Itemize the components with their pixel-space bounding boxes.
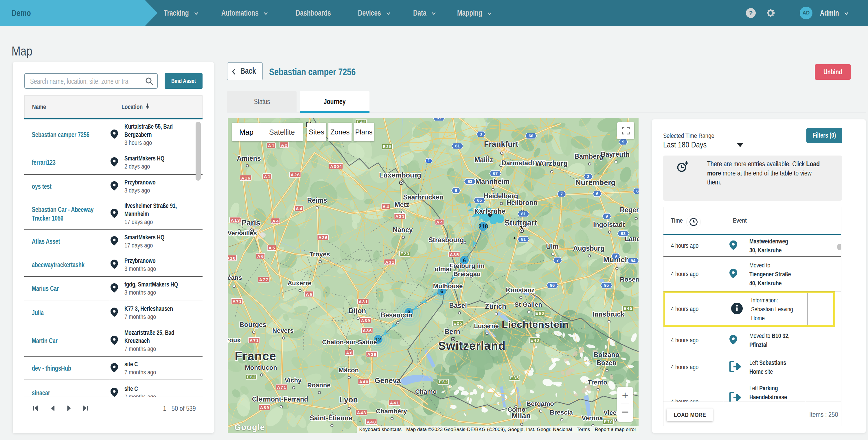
svg-text:7: 7 <box>560 192 563 196</box>
svg-text:A35: A35 <box>450 252 459 257</box>
svg-text:A26: A26 <box>291 172 300 177</box>
svg-text:A48: A48 <box>367 419 376 425</box>
svg-text:A43: A43 <box>357 410 366 415</box>
svg-text:1: 1 <box>428 159 430 163</box>
svg-text:94: 94 <box>631 259 636 263</box>
svg-text:3: 3 <box>480 132 482 136</box>
svg-text:9: 9 <box>622 140 624 144</box>
svg-text:3: 3 <box>587 174 589 179</box>
svg-text:Ulm: Ulm <box>546 243 558 250</box>
svg-text:A71: A71 <box>232 299 242 304</box>
svg-text:Vichy: Vichy <box>285 377 302 384</box>
svg-text:95: 95 <box>604 283 609 287</box>
svg-text:9: 9 <box>606 214 608 218</box>
svg-text:Amiens: Amiens <box>237 155 261 162</box>
svg-text:E43: E43 <box>530 338 539 343</box>
svg-text:E62: E62 <box>439 380 447 384</box>
svg-text:81: 81 <box>521 212 526 216</box>
svg-text:A13: A13 <box>231 218 240 223</box>
svg-text:Paris: Paris <box>241 218 260 227</box>
svg-text:Strasbourg: Strasbourg <box>429 236 464 244</box>
svg-text:A77: A77 <box>259 277 268 282</box>
svg-text:E35: E35 <box>510 376 519 380</box>
svg-text:96: 96 <box>550 283 555 287</box>
svg-text:Trento: Trento <box>588 379 607 386</box>
svg-text:Milan: Milan <box>512 411 531 420</box>
svg-text:9: 9 <box>615 254 617 259</box>
svg-text:A39: A39 <box>368 352 376 357</box>
svg-text:Bolzano: Bolzano <box>593 351 619 359</box>
svg-text:Metz: Metz <box>394 201 409 208</box>
svg-text:Chalon-sur-Saône: Chalon-sur-Saône <box>322 339 377 346</box>
svg-text:E25: E25 <box>383 144 392 149</box>
svg-text:Regens: Regens <box>620 206 639 214</box>
svg-text:olmar: olmar <box>435 265 452 273</box>
svg-text:Bourges: Bourges <box>239 321 266 329</box>
svg-text:Verona: Verona <box>582 414 603 422</box>
svg-text:61: 61 <box>455 144 460 148</box>
svg-text:218: 218 <box>478 223 488 230</box>
svg-text:Innsbruck: Innsbruck <box>593 310 624 318</box>
svg-text:Chambéry: Chambéry <box>376 408 407 415</box>
svg-text:93: 93 <box>621 231 625 236</box>
svg-text:Nevers: Nevers <box>272 327 293 334</box>
svg-text:Troyes: Troyes <box>310 251 330 258</box>
svg-text:Darmstadt: Darmstadt <box>501 159 534 167</box>
svg-text:Mâcon: Mâcon <box>339 367 359 374</box>
svg-text:Dijon: Dijon <box>349 307 366 314</box>
svg-text:A304: A304 <box>330 164 342 169</box>
svg-text:A71: A71 <box>277 385 286 390</box>
svg-text:Chamo: Chamo <box>415 388 437 395</box>
svg-text:6: 6 <box>636 189 639 193</box>
svg-text:61: 61 <box>437 118 441 120</box>
svg-text:A89: A89 <box>260 405 269 410</box>
svg-text:A31: A31 <box>385 260 394 265</box>
svg-text:Konstanz: Konstanz <box>506 286 535 294</box>
svg-text:Zürich: Zürich <box>485 302 506 310</box>
svg-text:Nuremberg: Nuremberg <box>576 178 616 187</box>
svg-text:Bozen: Bozen <box>597 359 617 367</box>
svg-text:A10: A10 <box>228 256 236 261</box>
svg-text:65: 65 <box>477 198 482 203</box>
svg-text:6: 6 <box>455 188 457 193</box>
svg-text:67: 67 <box>493 171 498 176</box>
svg-text:E45: E45 <box>623 306 632 311</box>
svg-text:E62: E62 <box>247 375 255 379</box>
svg-text:Freiburg im: Freiburg im <box>450 262 484 269</box>
svg-text:E23: E23 <box>400 251 409 256</box>
svg-text:Luxembourg: Luxembourg <box>379 171 421 179</box>
svg-text:A71: A71 <box>250 338 259 343</box>
svg-text:Saint-Étienne: Saint-Étienne <box>310 414 352 422</box>
svg-text:A40: A40 <box>359 379 368 384</box>
svg-text:81: 81 <box>521 237 526 242</box>
svg-text:Mulhouse: Mulhouse <box>433 282 463 290</box>
svg-text:uroux: uroux <box>228 337 241 344</box>
svg-text:66: 66 <box>529 134 533 138</box>
svg-text:?: ? <box>749 9 752 17</box>
svg-text:Augsburg: Augsburg <box>573 244 605 252</box>
svg-text:rléans: rléans <box>228 274 242 281</box>
svg-text:Liechtenstein: Liechtenstein <box>502 319 569 330</box>
svg-text:A26: A26 <box>318 235 328 240</box>
svg-text:Bayreuth: Bayreuth <box>601 150 629 158</box>
svg-text:A39: A39 <box>361 318 370 323</box>
svg-text:A31: A31 <box>359 299 368 304</box>
svg-text:A16: A16 <box>241 175 250 180</box>
svg-text:Geneva: Geneva <box>375 376 401 384</box>
svg-text:Switzerland: Switzerland <box>438 339 505 352</box>
svg-text:Clermont-Ferrand: Clermont-Ferrand <box>252 396 308 403</box>
svg-text:E70: E70 <box>604 419 613 424</box>
svg-text:E60: E60 <box>535 311 544 316</box>
svg-text:Stuttgart: Stuttgart <box>505 218 537 227</box>
svg-text:Bergamo: Bergamo <box>526 400 554 407</box>
svg-text:Besançon: Besançon <box>380 311 412 319</box>
svg-text:Rosen: Rosen <box>620 276 639 283</box>
svg-text:Heilbronn: Heilbronn <box>506 199 537 206</box>
svg-text:Mannheim: Mannheim <box>475 177 510 185</box>
svg-text:Würzburg: Würzburg <box>535 159 568 167</box>
svg-text:Saarbrücken: Saarbrücken <box>403 193 443 201</box>
svg-text:Brescia: Brescia <box>550 409 573 416</box>
svg-text:Bern: Bern <box>444 328 460 335</box>
svg-text:Breisgau: Breisgau <box>454 270 480 277</box>
svg-text:Lucerne: Lucerne <box>474 322 499 330</box>
